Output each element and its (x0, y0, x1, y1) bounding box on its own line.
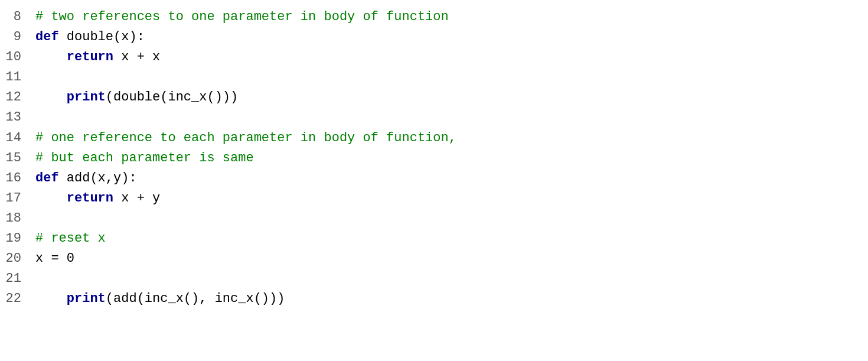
normal-token (35, 50, 67, 64)
comment-token: # reset x (35, 231, 106, 246)
comment-token: # one reference to each parameter in bod… (35, 131, 456, 145)
kw-token: return (67, 191, 113, 206)
line-number: 22 (0, 289, 35, 309)
line-number: 10 (0, 47, 35, 67)
code-line: 16def add(x,y): (0, 168, 868, 188)
code-line: 10 return x + x (0, 47, 868, 67)
line-number: 11 (0, 67, 35, 87)
normal-token: (add(inc_x(), inc_x())) (106, 291, 285, 306)
code-line: 14# one reference to each parameter in b… (0, 128, 868, 148)
kw-token: print (67, 90, 106, 105)
kw-token: print (67, 291, 106, 306)
line-content: return x + y (35, 188, 868, 209)
line-content: # one reference to each parameter in bod… (35, 128, 868, 148)
code-line: 15# but each parameter is same (0, 148, 868, 168)
line-content: x = 0 (35, 249, 868, 269)
code-line: 8# two references to one parameter in bo… (0, 7, 868, 27)
code-line: 20x = 0 (0, 249, 868, 269)
line-number: 8 (0, 7, 35, 27)
code-line: 11 (0, 67, 868, 87)
line-number: 21 (0, 269, 35, 289)
kw-token: return (67, 50, 113, 64)
line-number: 12 (0, 87, 35, 108)
code-block: 8# two references to one parameter in bo… (0, 5, 868, 311)
line-number: 16 (0, 168, 35, 188)
line-content: # two references to one parameter in bod… (35, 7, 868, 27)
line-content: def double(x): (35, 27, 868, 47)
normal-token (35, 90, 67, 105)
line-content: print(add(inc_x(), inc_x())) (35, 289, 868, 309)
code-line: 19# reset x (0, 229, 868, 249)
normal-token (35, 291, 67, 306)
normal-token: add(x,y): (59, 171, 137, 186)
kw-token: def (35, 30, 59, 44)
code-line: 18 (0, 209, 868, 229)
code-line: 17 return x + y (0, 188, 868, 209)
line-content: # reset x (35, 229, 868, 249)
line-content: # but each parameter is same (35, 148, 868, 168)
line-content: return x + x (35, 47, 868, 67)
kw-token: def (35, 171, 59, 186)
line-content: def add(x,y): (35, 168, 868, 188)
line-number: 17 (0, 188, 35, 209)
normal-token: x + y (113, 191, 160, 206)
line-content: print(double(inc_x())) (35, 87, 868, 108)
code-line: 12 print(double(inc_x())) (0, 87, 868, 108)
code-line: 13 (0, 108, 868, 128)
line-number: 14 (0, 128, 35, 148)
comment-token: # two references to one parameter in bod… (35, 9, 449, 24)
normal-token: double(x): (59, 30, 145, 44)
line-number: 18 (0, 209, 35, 229)
normal-token: x + x (113, 50, 160, 64)
normal-token (35, 191, 67, 206)
normal-token: (double(inc_x())) (106, 90, 238, 105)
normal-token: x = 0 (35, 251, 74, 266)
line-number: 15 (0, 148, 35, 168)
line-number: 19 (0, 229, 35, 249)
code-line: 21 (0, 269, 868, 289)
comment-token: # but each parameter is same (35, 151, 254, 165)
line-number: 20 (0, 249, 35, 269)
line-number: 9 (0, 27, 35, 47)
code-line: 22 print(add(inc_x(), inc_x())) (0, 289, 868, 309)
code-line: 9def double(x): (0, 27, 868, 47)
line-number: 13 (0, 108, 35, 128)
